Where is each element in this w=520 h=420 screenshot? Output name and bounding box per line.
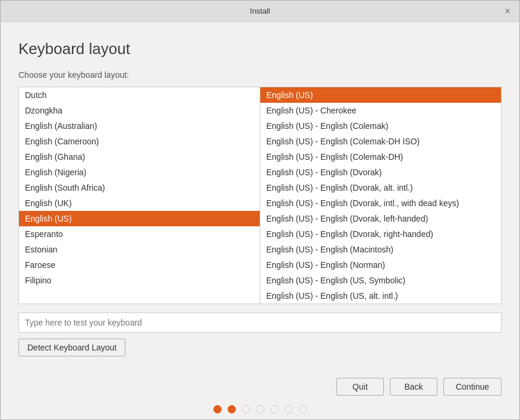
back-button[interactable]: Back (390, 378, 437, 396)
list-item[interactable]: English (Ghana) (19, 149, 260, 165)
list-item[interactable]: English (US) (19, 211, 260, 226)
list-item[interactable]: English (US) - Cherokee (260, 103, 501, 118)
list-item[interactable]: English (South Africa) (19, 180, 260, 195)
continue-button[interactable]: Continue (443, 378, 502, 396)
window-title: Install (250, 7, 270, 15)
list-item[interactable]: English (US) - English (Norman) (260, 257, 501, 273)
progress-dots (1, 405, 519, 420)
test-input-row (18, 312, 502, 333)
list-item[interactable]: English (US) - English (US, alt. intl.) (260, 288, 501, 304)
list-item[interactable]: English (US) - English (Macintosh) (260, 242, 501, 257)
list-item[interactable]: English (US) - English (Colemak-DH ISO) (260, 134, 501, 149)
list-item[interactable]: English (UK) (19, 195, 260, 211)
list-item[interactable]: English (US) - English (Dvorak, intl., w… (260, 195, 501, 211)
progress-dot-2 (242, 405, 250, 413)
detect-button-row: Detect Keyboard Layout (18, 333, 502, 356)
list-item[interactable]: English (Nigeria) (19, 165, 260, 180)
progress-dot-6 (299, 405, 307, 413)
list-item[interactable]: Esperanto (19, 226, 260, 242)
progress-dot-0 (213, 405, 222, 413)
quit-button[interactable]: Quit (336, 378, 384, 396)
content-area: Keyboard layout Choose your keyboard lay… (1, 22, 519, 368)
list-item[interactable]: Filipino (19, 273, 260, 288)
keyboard-test-input[interactable] (18, 312, 502, 333)
bottom-bar: Quit Back Continue (1, 368, 519, 405)
progress-dot-4 (270, 405, 279, 413)
progress-dot-5 (285, 405, 293, 413)
close-button[interactable]: × (503, 7, 512, 16)
progress-dot-1 (228, 405, 236, 413)
list-item[interactable]: English (Australian) (19, 118, 260, 134)
list-item[interactable]: English (US) - English (Dvorak, right-ha… (260, 226, 501, 242)
list-item[interactable]: Dzongkha (19, 103, 260, 118)
detect-keyboard-button[interactable]: Detect Keyboard Layout (18, 339, 125, 356)
list-item[interactable]: Estonian (19, 242, 260, 257)
titlebar: Install × (1, 1, 519, 22)
list-item[interactable]: English (US) - English (Dvorak, alt. int… (260, 180, 501, 195)
list-item[interactable]: English (US) - English (Colemak-DH) (260, 149, 501, 165)
lists-container: DutchDzongkhaEnglish (Australian)English… (18, 87, 502, 304)
list-item[interactable]: English (US) (260, 87, 501, 103)
list-item[interactable]: English (US) - English (Colemak) (260, 118, 501, 134)
list-item[interactable]: English (Cameroon) (19, 134, 260, 149)
list-item[interactable]: English (US) - English (Dvorak, left-han… (260, 211, 501, 226)
list-item[interactable]: Faroese (19, 257, 260, 273)
language-list[interactable]: DutchDzongkhaEnglish (Australian)English… (18, 87, 260, 304)
subtitle: Choose your keyboard layout: (18, 70, 502, 80)
page-title: Keyboard layout (18, 40, 502, 58)
list-item[interactable]: English (US) - English (Dvorak) (260, 165, 501, 180)
list-item[interactable]: Dutch (19, 87, 260, 103)
progress-dot-3 (256, 405, 264, 413)
variant-list[interactable]: English (US)English (US) - CherokeeEngli… (260, 87, 502, 304)
window: Install × Keyboard layout Choose your ke… (0, 0, 520, 420)
list-item[interactable]: English (US) - English (US, Symbolic) (260, 273, 501, 288)
